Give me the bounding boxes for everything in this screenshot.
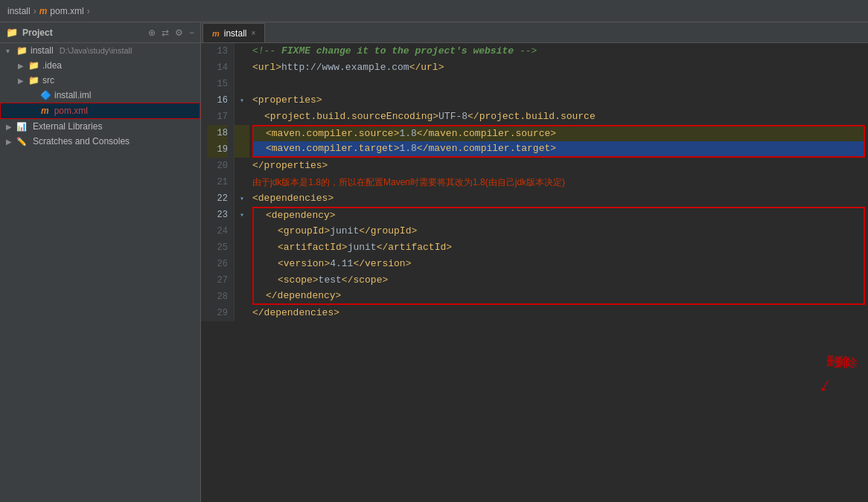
add-icon[interactable]: ⊕ [148,28,156,38]
tag-dep-close: </dependency> [266,290,341,301]
idea-label: .idea [42,60,62,71]
install-label: install [31,45,54,56]
iml-file-icon: 🔷 [40,90,51,100]
gutter-24 [234,223,249,239]
gutter-13 [234,43,249,59]
editor-panel: m install × 13 14 15 16 17 18 19 20 21 [201,22,868,502]
compiler-src-val: 1.8 [399,128,416,139]
code-line-17: <project.build.sourceEncoding>UTF-8</pro… [252,109,865,125]
ext-libs-label: External Libraries [33,121,102,132]
code-line-23: <dependency> [252,207,865,223]
code-area: 13 14 15 16 17 18 19 20 21 22 23 24 25 2… [201,43,868,321]
sidebar-header: 📁 Project ⊕ ⇄ ⚙ − [0,22,200,43]
breadcrumb-m-icon: m [39,6,48,16]
code-lines: <!-- FIXME change it to the project's we… [249,43,868,321]
install-iml-label: install.iml [54,90,91,100]
sidebar-title: Project [22,28,144,38]
code-26-indent: <version>4.11</version> [278,256,411,272]
scratches-label: Scratches and Consoles [33,136,130,147]
code-line-16: <properties> [252,92,865,109]
compiler-tgt-val: 1.8 [399,143,416,154]
code-line-24: <groupId>junit</groupId> [252,223,865,239]
code-line-28: </dependency> [252,289,865,305]
gutter-17 [234,109,249,125]
ext-libs-icon: 📊 [16,122,27,132]
sidebar-item-external-libs[interactable]: ▶ 📊 External Libraries [0,119,200,134]
title-bar: install › m pom.xml › [0,0,868,22]
tag-artifactid-close: </artifactId> [377,242,452,253]
sidebar-item-install[interactable]: ▾ 📁 install D:\Java\study\install [0,43,200,58]
tag-deps-open: <dependencies> [252,190,334,207]
code-14: <url>http://www.example.com</url> [252,59,444,76]
code-line-29: </dependencies> [252,305,865,321]
minimize-icon[interactable]: − [189,28,194,38]
tag-deps-close: </dependencies> [252,305,339,321]
src-label: src [42,75,54,86]
ln-25: 25 [207,239,228,256]
sidebar-item-pom-xml[interactable]: m pom.xml [0,103,200,119]
project-folder-icon: 📁 [6,27,18,38]
breadcrumb-sep1: › [33,6,36,16]
gutter-21 [234,174,249,190]
sync-icon[interactable]: ⇄ [162,28,169,38]
gutter-16: ▾ [234,92,249,109]
code-line-26: <version>4.11</version> [252,256,865,272]
code-18-indent: <maven.compiler.source>1.8</maven.compil… [266,126,556,142]
gutter-25 [234,239,249,256]
tag-groupid-open: <groupId> [278,225,330,236]
encoding-val: UTF-8 [438,111,467,122]
gutter-26 [234,256,249,272]
scratches-icon: ✏️ [16,137,27,147]
sidebar-item-src[interactable]: ▶ 📁 src [0,73,200,88]
tag-version-open: <version> [278,258,330,269]
code-line-18: <maven.compiler.source>1.8</maven.compil… [252,125,865,141]
breadcrumb-install[interactable]: install [7,6,31,16]
tab-label: install [224,28,247,39]
artifactid-val: junit [348,242,377,253]
ln-16: 16 [207,92,228,109]
code-line-19: <maven.compiler.target>1.8</maven.compil… [252,141,865,158]
tag-tgt-open: <maven.compiler.target> [266,143,399,154]
code-line-15 [252,76,865,92]
tag-encoding-close: </project.build.source [467,111,596,122]
tab-close-button[interactable]: × [251,29,255,37]
tag-scope-close: </scope> [342,274,388,286]
tag-groupid-close: </groupId> [359,225,417,236]
expand-arrow-src: ▶ [18,77,25,85]
expand-arrow-idea: ▶ [18,62,25,70]
tab-m-icon: m [212,29,220,38]
delete-arrow-icon: ↓ [814,373,836,399]
code-23-indent: <dependency> [266,207,336,224]
editor-wrapper: 13 14 15 16 17 18 19 20 21 22 23 24 25 2… [201,43,868,502]
sidebar-item-install-iml[interactable]: 🔷 install.iml [0,88,200,103]
tag-properties-open: <properties> [252,92,322,109]
ln-22: 22 [207,190,228,207]
gutter-20 [234,158,249,174]
ln-15: 15 [207,76,228,92]
tag-scope-open: <scope> [278,274,319,286]
install-path: D:\Java\study\install [60,46,133,55]
tag-url-open: <url> [252,62,281,73]
sidebar-item-idea[interactable]: ▶ 📁 .idea [0,58,200,73]
gutter-18 [234,125,249,141]
main-layout: 📁 Project ⊕ ⇄ ⚙ − ▾ 📁 install D:\Java\st… [0,22,868,502]
breadcrumb-pomxml[interactable]: pom.xml [50,6,83,16]
sidebar-item-scratches[interactable]: ▶ ✏️ Scratches and Consoles [0,134,200,149]
tab-install[interactable]: m install × [202,23,265,42]
scope-val: test [319,274,342,286]
code-19-indent: <maven.compiler.target>1.8</maven.compil… [266,141,556,157]
code-line-13: <!-- FIXME change it to the project's we… [252,43,865,59]
ln-24: 24 [207,223,228,239]
code-line-22: <dependencies> [252,190,865,207]
settings-icon[interactable]: ⚙ [175,28,183,38]
install-folder-icon: 📁 [16,45,28,56]
code-24-indent: <groupId>junit</groupId> [278,223,417,239]
code-line-21: 由于jdk版本是1.8的，所以在配置Maven时需要将其改为1.8(由自己jdk… [252,174,865,190]
src-folder-icon: 📁 [28,75,39,86]
code-line-20: </properties> [252,158,865,174]
tag-src-open: <maven.compiler.source> [266,128,399,139]
expand-arrow-install: ▾ [6,47,13,55]
code-28-indent: </dependency> [266,288,341,304]
gutter-29 [234,305,249,321]
ln-29: 29 [207,305,228,321]
